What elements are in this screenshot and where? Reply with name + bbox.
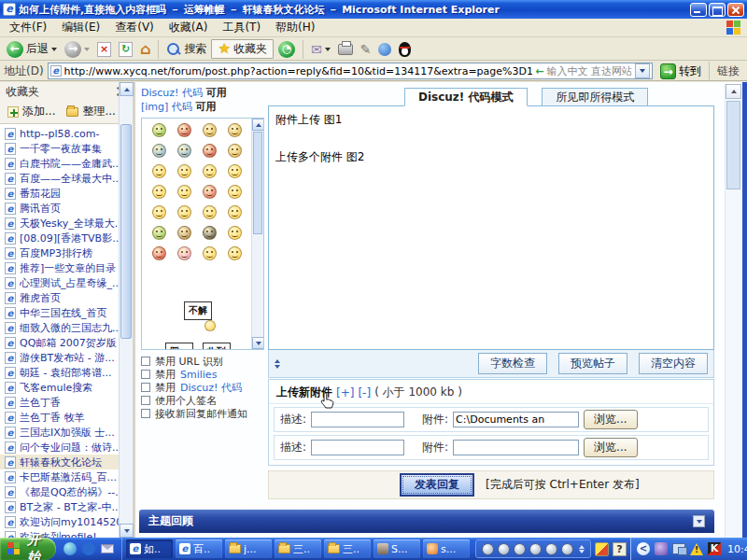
menu-item[interactable]: 收藏(A): [162, 18, 216, 37]
option-checkbox[interactable]: [141, 396, 150, 405]
media-spinner[interactable]: [579, 545, 585, 553]
smiley-hug[interactable]: [152, 123, 166, 137]
smiley-rose[interactable]: [177, 123, 191, 137]
favorites-button[interactable]: ★ 收藏夹: [211, 39, 273, 59]
favorite-item[interactable]: e一千零一夜故事集: [0, 141, 120, 156]
description-input[interactable]: [311, 412, 404, 427]
favorite-item[interactable]: ehttp--pl58.com-: [0, 126, 120, 141]
favorite-item[interactable]: e番茄花园: [0, 186, 120, 201]
favorite-item[interactable]: e百度——全球最大中...: [0, 171, 120, 186]
back-button[interactable]: ← 后退: [4, 40, 60, 59]
tray-network-icon[interactable]: [672, 543, 685, 554]
close-button[interactable]: [727, 3, 744, 17]
taskbar-task[interactable]: s...: [423, 539, 470, 558]
post-option[interactable]: 禁用 URL 识别: [141, 355, 268, 368]
editor-action-button[interactable]: 字数检查: [478, 353, 547, 374]
mail-button[interactable]: ✉: [308, 41, 333, 58]
message-textarea[interactable]: 附件上传 图1 上传多个附件 图2: [268, 105, 714, 350]
topic-review-collapse-icon[interactable]: [693, 515, 705, 527]
quick-launch-media-icon[interactable]: [63, 542, 77, 555]
option-checkbox[interactable]: [141, 370, 150, 379]
tray-thunder-icon[interactable]: [655, 542, 668, 555]
media-prev-button[interactable]: [529, 543, 542, 555]
option-link[interactable]: Discuz! 代码: [180, 381, 242, 395]
post-option[interactable]: 禁用 Smilies: [141, 368, 268, 381]
browse-button[interactable]: 浏览...: [584, 438, 637, 457]
description-input[interactable]: [311, 440, 404, 455]
favorite-item[interactable]: e三国志IX加强版 士...: [0, 425, 120, 440]
print-button[interactable]: [335, 43, 356, 56]
edit-button[interactable]: ✎: [358, 41, 374, 58]
stop-button[interactable]: ×: [94, 41, 114, 58]
sign-smiley[interactable]: 收到: [203, 343, 231, 350]
editor-action-button[interactable]: 预览帖子: [558, 353, 627, 374]
media-play-button[interactable]: [482, 543, 494, 555]
add-attachment-link[interactable]: [+]: [336, 386, 354, 399]
smiley-phone[interactable]: [152, 144, 166, 158]
maximize-button[interactable]: [709, 3, 726, 17]
go-button[interactable]: → 转到: [656, 63, 705, 79]
smiley-green-smile[interactable]: [152, 226, 166, 240]
media-volume-button[interactable]: [561, 543, 573, 555]
quick-launch-ie-icon[interactable]: [82, 542, 95, 555]
links-label[interactable]: 链接: [709, 62, 743, 81]
scroll-up-button[interactable]: [120, 82, 134, 96]
favorite-item[interactable]: e欢迎来到mofile!: [0, 529, 120, 538]
editor-action-button[interactable]: 清空内容: [639, 353, 708, 374]
smiley-blush[interactable]: [228, 164, 242, 178]
smiley-shocked[interactable]: [177, 164, 191, 178]
browse-button[interactable]: 浏览...: [584, 410, 637, 429]
smiley-hammer[interactable]: [177, 226, 191, 240]
favorite-item[interactable]: e白鹿书院——金庸武...: [0, 156, 120, 171]
option-link[interactable]: Smilies: [180, 369, 217, 381]
favorites-organize-button[interactable]: 整理...: [66, 104, 115, 119]
file-path-input[interactable]: [453, 440, 579, 455]
smiley-scroll-down[interactable]: [252, 337, 264, 349]
option-checkbox[interactable]: [141, 409, 150, 418]
resize-textarea-icon[interactable]: [275, 359, 280, 369]
quick-launch-mail-icon[interactable]: [101, 544, 114, 553]
search-button[interactable]: 搜索: [163, 40, 209, 58]
favorite-item[interactable]: e百度MP3排行榜: [0, 245, 120, 260]
favorite-item[interactable]: e心理测试_占星奇缘_...: [0, 275, 120, 290]
favorite-item[interactable]: e问个专业问题：做诗...: [0, 440, 120, 455]
smiley-smile[interactable]: [152, 164, 166, 178]
taskbar-task[interactable]: j...: [225, 539, 272, 558]
minimize-button[interactable]: [690, 3, 707, 17]
page-scroll-up[interactable]: [726, 84, 741, 99]
smiley-victory[interactable]: [228, 123, 242, 137]
post-option[interactable]: 接收新回复邮件通知: [141, 407, 268, 420]
back-dropdown-icon[interactable]: [51, 48, 57, 51]
taskbar-task[interactable]: S...: [374, 539, 420, 558]
smiley-clock[interactable]: [177, 144, 191, 158]
favorite-item[interactable]: e游侠BT发布站 - 游...: [0, 350, 120, 365]
favorite-item[interactable]: e腾讯首页: [0, 201, 120, 216]
smiley-happy[interactable]: [203, 164, 217, 178]
taskbar-task[interactable]: e如..: [126, 539, 173, 558]
scroll-thumb[interactable]: [120, 124, 132, 339]
favorite-item[interactable]: eBT之家 - BT之家-中...: [0, 499, 120, 514]
help-taskbar-icon[interactable]: [613, 542, 627, 556]
media-pause-button[interactable]: [498, 543, 510, 555]
favorite-item[interactable]: e兰色丁香: [0, 395, 120, 410]
remove-attachment-link[interactable]: [-]: [358, 386, 371, 399]
smiley-mad-red[interactable]: [152, 246, 166, 260]
smiley-angry[interactable]: [203, 185, 217, 199]
tray-collapse-icon[interactable]: [637, 542, 650, 555]
page-scroll-thumb[interactable]: [726, 101, 740, 189]
tray-kaspersky-icon[interactable]: [708, 542, 721, 555]
refresh-button[interactable]: ↻: [116, 41, 135, 58]
smiley-dizzy[interactable]: [152, 185, 166, 199]
favorite-item[interactable]: eQQ邮箱 2007贺岁版: [0, 335, 120, 350]
taskbar-task[interactable]: 三..: [275, 539, 321, 558]
favorite-item[interactable]: e天极Yesky_全球最大...: [0, 216, 120, 231]
menu-item[interactable]: 文件(F): [2, 18, 54, 37]
post-option[interactable]: 使用个人签名: [141, 394, 268, 407]
tray-alert-icon[interactable]: [690, 543, 703, 555]
favorite-item[interactable]: e兰色丁香 牧羊: [0, 410, 120, 425]
favorite-item[interactable]: e雅虎首页: [0, 290, 120, 305]
forward-button[interactable]: →: [62, 40, 92, 59]
post-reply-button[interactable]: 发表回复: [400, 473, 474, 497]
tab-wysiwyg-mode[interactable]: 所见即所得模式: [542, 88, 648, 106]
smiley-surprised[interactable]: [152, 205, 166, 219]
